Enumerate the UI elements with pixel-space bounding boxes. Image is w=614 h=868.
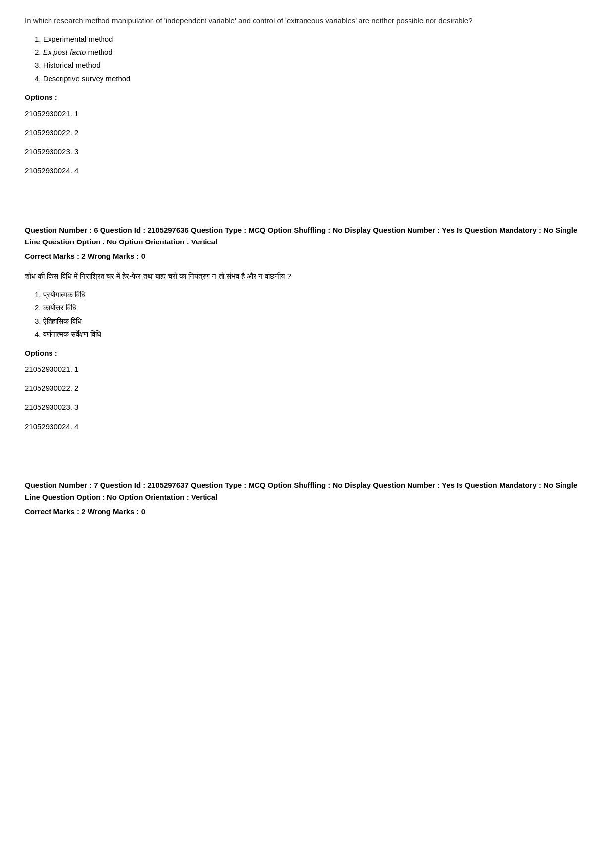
answer-option-2-q6: 21052930022. 2: [25, 383, 589, 394]
option-number: 3.: [35, 317, 43, 325]
answer-value: 3: [74, 403, 78, 411]
question-5-text: In which research method manipulation of…: [25, 15, 589, 27]
question-6-correct-marks: Correct Marks : 2 Wrong Marks : 0: [25, 251, 589, 262]
question-7-meta: Question Number : 7 Question Id : 210529…: [25, 480, 589, 503]
answer-value: 4: [74, 422, 78, 431]
question-7-correct-marks: Correct Marks : 2 Wrong Marks : 0: [25, 506, 589, 518]
option-number: 1.: [35, 290, 43, 299]
answer-id: 21052930024: [25, 166, 70, 175]
answer-id: 21052930023: [25, 403, 70, 411]
option-number: 1.: [35, 35, 43, 43]
list-item: 4. Descriptive survey method: [35, 73, 589, 85]
list-item: 4. वर्णनात्मक सर्वेक्षण विधि: [35, 329, 589, 340]
answer-id: 21052930021: [25, 365, 70, 373]
answer-id: 21052930021: [25, 109, 70, 118]
question-6-options-list: 1. प्रयोगात्मक विधि 2. कार्योत्तर विधि 3…: [25, 289, 589, 340]
question-6-block: Question Number : 6 Question Id : 210529…: [25, 224, 589, 433]
spacer-2: [25, 204, 589, 224]
answer-option-1-q6: 21052930021. 1: [25, 364, 589, 375]
answer-id: 21052930022: [25, 128, 70, 137]
option-label: ऐतिहासिक विधि: [43, 317, 82, 325]
answer-option-3: 21052930023. 3: [25, 146, 589, 158]
answer-id: 21052930024: [25, 422, 70, 431]
spacer-4: [25, 460, 589, 480]
answer-option-2: 21052930022. 2: [25, 127, 589, 139]
spacer-1: [25, 185, 589, 204]
option-label: कार्योत्तर विधि: [43, 303, 77, 312]
answer-id: 21052930022: [25, 384, 70, 392]
answer-option-4-q6: 21052930024. 4: [25, 421, 589, 433]
option-label-italic: Ex post facto: [43, 48, 86, 56]
answer-id: 21052930023: [25, 147, 70, 156]
option-label: Historical method: [43, 61, 101, 69]
question-6-meta: Question Number : 6 Question Id : 210529…: [25, 224, 589, 248]
list-item: 3. Historical method: [35, 60, 589, 71]
list-item: 1. प्रयोगात्मक विधि: [35, 289, 589, 301]
answer-option-4: 21052930024. 4: [25, 165, 589, 177]
question-6-hindi-text: शोध की किस विधि में निराश्रित चर में हेर…: [25, 270, 589, 283]
option-label: Descriptive survey method: [43, 74, 131, 83]
option-label: वर्णनात्मक सर्वेक्षण विधि: [43, 330, 101, 338]
option-label: method: [88, 48, 113, 56]
option-number: 4.: [35, 330, 43, 338]
list-item: 1. Experimental method: [35, 34, 589, 45]
options-label-q6: Options :: [25, 348, 589, 359]
option-label: Experimental method: [43, 35, 113, 43]
answer-value: 2: [74, 384, 78, 392]
list-item: 2. कार्योत्तर विधि: [35, 302, 589, 314]
list-item: 2. Ex post facto method: [35, 47, 589, 58]
option-label: प्रयोगात्मक विधि: [43, 290, 86, 299]
options-label-q5: Options :: [25, 92, 589, 103]
answer-value: 1: [74, 365, 78, 373]
list-item: 3. ऐतिहासिक विधि: [35, 316, 589, 327]
answer-value: 4: [74, 166, 78, 175]
spacer-3: [25, 440, 589, 460]
answer-option-3-q6: 21052930023. 3: [25, 402, 589, 413]
answer-value: 3: [74, 147, 78, 156]
answer-option-1: 21052930021. 1: [25, 108, 589, 120]
question-5-options-list: 1. Experimental method 2. Ex post facto …: [25, 34, 589, 84]
question-7-block: Question Number : 7 Question Id : 210529…: [25, 480, 589, 518]
answer-value: 2: [74, 128, 78, 137]
option-number: 2.: [35, 303, 43, 312]
option-number: 4.: [35, 74, 43, 83]
question-5-block: In which research method manipulation of…: [25, 15, 589, 177]
option-number: 3.: [35, 61, 43, 69]
answer-value: 1: [74, 109, 78, 118]
option-number: 2.: [35, 48, 43, 56]
